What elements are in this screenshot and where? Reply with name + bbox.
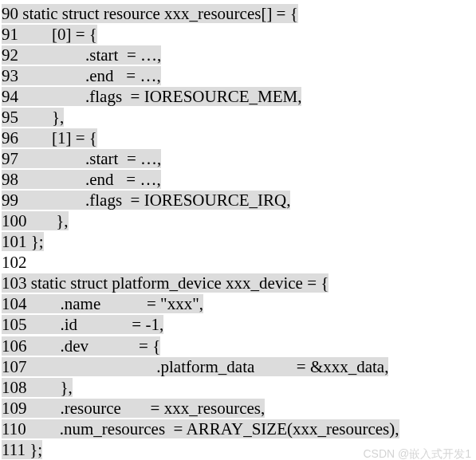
code-line: 96 [1] = { bbox=[2, 128, 476, 148]
code-line: 91 [0] = { bbox=[2, 24, 476, 45]
line-text: static struct resource xxx_resources[] =… bbox=[18, 4, 298, 23]
line-text: .start = …, bbox=[18, 45, 161, 65]
code-line: 103 static struct platform_device xxx_de… bbox=[2, 273, 476, 293]
line-number: 92 bbox=[2, 45, 18, 65]
line-text: .platform_data = &xxx_data, bbox=[27, 357, 389, 376]
code-line: 90 static struct resource xxx_resources[… bbox=[2, 3, 476, 24]
line-number: 101 bbox=[2, 232, 27, 251]
line-number: 104 bbox=[2, 294, 27, 313]
line-text: .end = …, bbox=[18, 66, 161, 85]
line-number: 106 bbox=[2, 336, 27, 356]
line-text: .end = …, bbox=[18, 170, 161, 189]
line-number: 102 bbox=[2, 253, 27, 272]
line-number: 105 bbox=[2, 315, 27, 334]
code-line: 98 .end = …, bbox=[2, 169, 476, 190]
line-number: 96 bbox=[2, 128, 18, 147]
line-text: .num_resources = ARRAY_SIZE(xxx_resource… bbox=[26, 419, 399, 438]
line-number: 90 bbox=[2, 4, 18, 23]
line-number: 109 bbox=[2, 399, 27, 418]
code-line: 101 }; bbox=[2, 231, 476, 252]
line-text: .dev = { bbox=[27, 336, 161, 356]
line-text: }, bbox=[18, 108, 64, 127]
line-number: 103 bbox=[2, 273, 27, 293]
line-number: 107 bbox=[2, 357, 27, 376]
code-line: 104 .name = "xxx", bbox=[2, 293, 476, 314]
code-line: 95 }, bbox=[2, 107, 476, 128]
code-line: 93 .end = …, bbox=[2, 65, 476, 86]
line-number: 94 bbox=[2, 87, 18, 106]
line-text: .resource = xxx_resources, bbox=[27, 399, 266, 418]
code-line: 105 .id = -1, bbox=[2, 314, 476, 335]
code-line: 106 .dev = { bbox=[2, 336, 476, 356]
code-line: 108 }, bbox=[2, 377, 476, 398]
line-text: [0] = { bbox=[18, 25, 97, 44]
line-text: }, bbox=[27, 378, 73, 397]
line-text: .name = "xxx", bbox=[27, 294, 203, 313]
line-number: 95 bbox=[2, 108, 18, 127]
line-text: [1] = { bbox=[18, 128, 97, 147]
code-line: 100 }, bbox=[2, 210, 476, 231]
line-text: }; bbox=[27, 232, 44, 251]
line-number: 108 bbox=[2, 378, 27, 397]
line-text: static struct platform_device xxx_device… bbox=[27, 273, 329, 293]
line-number: 111 bbox=[2, 440, 26, 459]
line-number: 98 bbox=[2, 170, 18, 189]
line-number: 93 bbox=[2, 66, 18, 85]
code-line: 110 .num_resources = ARRAY_SIZE(xxx_reso… bbox=[2, 419, 476, 439]
line-text: .flags = IORESOURCE_IRQ, bbox=[18, 191, 290, 210]
code-block: 90 static struct resource xxx_resources[… bbox=[0, 0, 476, 460]
code-line: 92 .start = …, bbox=[2, 45, 476, 65]
line-number: 91 bbox=[2, 25, 18, 44]
line-text: }; bbox=[26, 440, 42, 459]
line-number: 100 bbox=[2, 211, 27, 230]
line-text: .id = -1, bbox=[27, 315, 164, 334]
line-text: .start = …, bbox=[18, 149, 161, 168]
line-number: 99 bbox=[2, 191, 18, 210]
code-line: 99 .flags = IORESOURCE_IRQ, bbox=[2, 190, 476, 210]
line-number: 110 bbox=[2, 419, 26, 438]
line-text: }, bbox=[27, 211, 69, 230]
code-line: 97 .start = …, bbox=[2, 148, 476, 169]
code-line: 107 .platform_data = &xxx_data, bbox=[2, 356, 476, 377]
line-number: 97 bbox=[2, 149, 18, 168]
code-line: 109 .resource = xxx_resources, bbox=[2, 398, 476, 419]
line-text: .flags = IORESOURCE_MEM, bbox=[18, 87, 301, 106]
code-line: 102 bbox=[2, 252, 476, 273]
code-line: 111 }; bbox=[2, 439, 476, 460]
code-line: 94 .flags = IORESOURCE_MEM, bbox=[2, 86, 476, 107]
